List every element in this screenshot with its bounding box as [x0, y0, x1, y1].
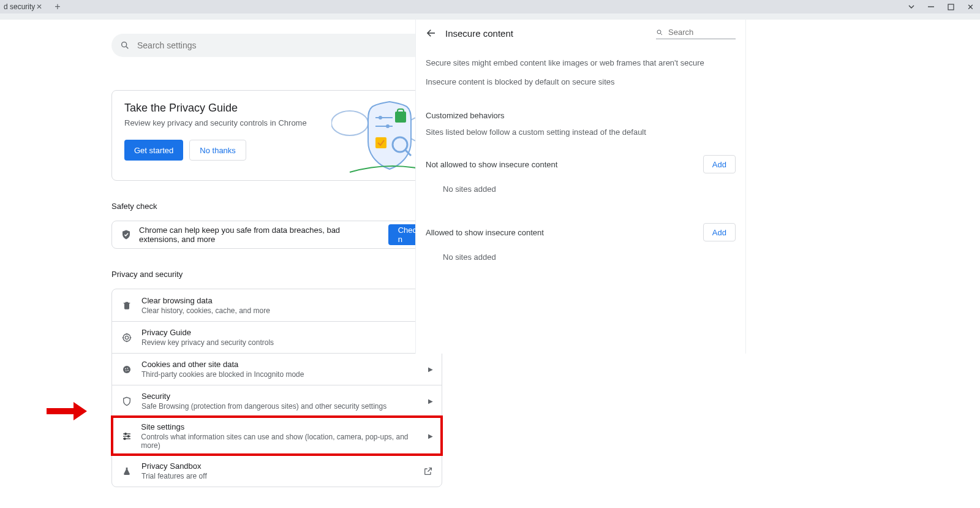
svg-marker-33: [74, 402, 87, 420]
chevron-right-icon: ▶: [428, 433, 433, 439]
insecure-content-panel: Insecure content Secure sites might embe…: [415, 20, 746, 354]
maximize-button[interactable]: [941, 0, 960, 13]
row-subtitle: Controls what information sites can use …: [141, 433, 420, 450]
allowed-empty: No sites added: [443, 252, 736, 262]
privacy-security-heading: Privacy and security: [111, 270, 442, 279]
chevron-right-icon: ▶: [428, 398, 433, 404]
svg-rect-10: [395, 112, 406, 123]
settings-search[interactable]: [111, 34, 442, 57]
toolbar-stub: [0, 13, 980, 20]
add-not-allowed-button[interactable]: Add: [703, 155, 736, 173]
safety-check-heading: Safety check: [111, 202, 442, 211]
external-link-icon: [423, 466, 433, 476]
svg-point-29: [127, 435, 129, 437]
no-thanks-button[interactable]: No thanks: [189, 140, 246, 161]
svg-point-21: [123, 366, 130, 373]
not-allowed-label: Not allowed to show insecure content: [426, 160, 557, 169]
customized-behaviors-heading: Customized behaviors: [426, 111, 736, 120]
svg-rect-1: [948, 4, 954, 10]
row-privacy-guide[interactable]: Privacy GuideReview key privacy and secu…: [112, 321, 442, 353]
svg-point-31: [124, 438, 126, 439]
customized-behaviors-desc: Sites listed below follow a custom setti…: [426, 127, 736, 137]
close-tab-icon[interactable]: ✕: [36, 2, 42, 11]
get-started-button[interactable]: Get started: [124, 140, 183, 161]
row-title: Cookies and other site data: [141, 360, 304, 369]
annotation-arrow: [44, 401, 87, 422]
row-title: Privacy Guide: [141, 328, 274, 337]
panel-description-1: Secure sites might embed content like im…: [426, 58, 736, 69]
row-cookies[interactable]: Cookies and other site dataThird-party c…: [112, 353, 442, 385]
svg-point-35: [657, 30, 661, 34]
shield-check-icon: [121, 229, 132, 240]
svg-point-16: [125, 336, 128, 339]
row-subtitle: Clear history, cookies, cache, and more: [141, 306, 270, 315]
settings-search-input[interactable]: [136, 40, 434, 51]
row-clear-browsing-data[interactable]: Clear browsing dataClear history, cookie…: [112, 289, 442, 321]
tabs-dropdown-icon[interactable]: [902, 0, 921, 13]
svg-point-7: [379, 116, 382, 119]
new-tab-button[interactable]: +: [53, 2, 62, 12]
panel-search-input[interactable]: [667, 27, 736, 37]
row-title: Clear browsing data: [141, 296, 270, 305]
sliders-icon: [121, 431, 132, 441]
svg-point-22: [125, 368, 126, 369]
window-controls: ✕: [902, 0, 980, 13]
shield-icon: [121, 396, 133, 406]
row-title: Security: [141, 392, 386, 401]
add-allowed-button[interactable]: Add: [703, 223, 736, 241]
minimize-button[interactable]: [921, 0, 941, 13]
close-window-button[interactable]: ✕: [960, 0, 980, 13]
row-privacy-sandbox[interactable]: Privacy SandboxTrial features are off: [112, 455, 442, 487]
tab-title: d security: [4, 2, 35, 11]
svg-point-23: [127, 368, 128, 369]
row-site-settings[interactable]: Site settingsControls what information s…: [112, 417, 442, 455]
trash-icon: [121, 300, 133, 310]
browser-tab[interactable]: d security ✕: [0, 0, 46, 13]
svg-line-36: [661, 33, 663, 35]
safety-check-text: Chrome can help keep you safe from data …: [139, 226, 381, 244]
not-allowed-empty: No sites added: [443, 184, 736, 194]
privacy-guide-card: Take the Privacy Guide Review key privac…: [111, 90, 442, 181]
row-title: Privacy Sandbox: [141, 461, 207, 471]
svg-point-24: [126, 370, 127, 371]
panel-description-2: Insecure content is blocked by default o…: [426, 77, 736, 86]
svg-point-25: [127, 370, 129, 371]
svg-point-9: [386, 124, 390, 128]
back-button[interactable]: [426, 28, 437, 39]
target-icon: [121, 333, 133, 343]
browser-tab-strip: d security ✕ + ✕: [0, 0, 980, 13]
row-subtitle: Safe Browsing (protection from dangerous…: [141, 402, 386, 411]
svg-point-2: [122, 42, 127, 47]
safety-check-card: Chrome can help keep you safe from data …: [111, 221, 442, 249]
privacy-security-list: Clear browsing dataClear history, cookie…: [111, 289, 442, 487]
flask-icon: [121, 466, 133, 476]
cookie-icon: [121, 365, 133, 374]
row-security[interactable]: SecuritySafe Browsing (protection from d…: [112, 385, 442, 417]
row-subtitle: Review key privacy and security controls: [141, 338, 274, 347]
row-subtitle: Trial features are off: [141, 472, 207, 480]
search-icon: [120, 40, 130, 50]
svg-point-27: [124, 433, 126, 434]
row-subtitle: Third-party cookies are blocked in Incog…: [141, 370, 304, 379]
svg-point-4: [331, 111, 368, 135]
svg-rect-12: [375, 137, 386, 148]
panel-title: Insecure content: [445, 28, 513, 39]
row-title: Site settings: [141, 422, 420, 431]
chevron-right-icon: ▶: [428, 366, 433, 373]
svg-line-3: [126, 47, 128, 48]
svg-point-15: [123, 334, 130, 341]
search-icon: [656, 28, 663, 37]
panel-search[interactable]: [656, 27, 736, 39]
allowed-label: Allowed to show insecure content: [426, 228, 544, 237]
